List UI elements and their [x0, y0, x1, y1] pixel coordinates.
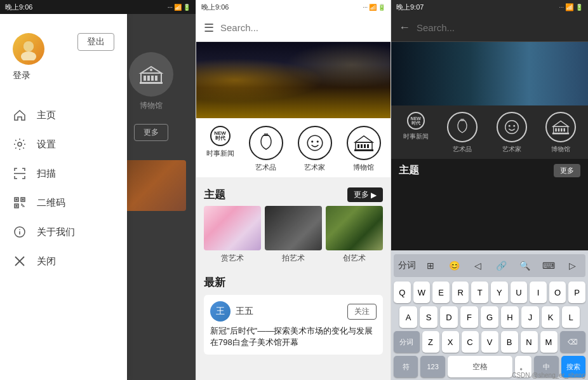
key-L[interactable]: L [562, 306, 580, 328]
key-T[interactable]: T [471, 282, 488, 303]
svg-rect-2 [147, 76, 150, 81]
sidebar-item-label-scan: 扫描 [37, 168, 56, 180]
key-W[interactable]: W [413, 282, 431, 303]
svg-point-7 [150, 69, 152, 71]
svg-rect-30 [357, 144, 359, 148]
key-C[interactable]: C [462, 331, 479, 353]
svg-point-27 [311, 140, 313, 142]
theme-more-button[interactable]: 更多 ▶ [347, 187, 383, 202]
follow-button[interactable]: 关注 [347, 304, 377, 320]
key-J[interactable]: J [521, 306, 539, 328]
key-D[interactable]: D [440, 306, 458, 328]
key-S[interactable]: S [420, 306, 438, 328]
sidebar-item-label-about: 关于我们 [37, 226, 75, 238]
sidebar-item-settings[interactable]: 设置 [0, 130, 127, 159]
keyboard-row-2: A S D F G H J K L [394, 306, 585, 328]
logout-button[interactable]: 登出 [77, 33, 114, 51]
museum-cat-icon [347, 126, 381, 160]
svg-marker-34 [355, 136, 373, 142]
theme-card-auction[interactable]: 拍艺术 [265, 206, 322, 264]
key-sym[interactable]: 符 [394, 356, 418, 377]
category-item-museum[interactable]: 博物馆 [347, 126, 381, 172]
key-U[interactable]: U [511, 282, 528, 303]
svg-rect-33 [367, 144, 369, 148]
keyboard-toolbar: 分词 ⊞ 😊 ◁ 🔗 🔍 ⌨ ▷ [394, 254, 585, 277]
toolbar-keyboard[interactable]: ⌨ [537, 257, 561, 275]
panel3-category-museum[interactable]: 博物馆 [545, 112, 576, 154]
sidebar-item-close[interactable]: 关闭 [0, 247, 127, 276]
category-item-artist[interactable]: 艺术家 [298, 126, 332, 172]
post-avatar: 王 [210, 301, 231, 322]
post-header: 王 王五 关注 [210, 301, 377, 322]
key-Z[interactable]: Z [422, 331, 439, 353]
panel3-theme-title: 主题 [399, 164, 419, 177]
key-O[interactable]: O [549, 282, 566, 303]
panel3-theme-section-header: 主题 更多 [391, 159, 588, 181]
sidebar-item-scan[interactable]: 扫描 [0, 159, 127, 188]
panel3-more-button[interactable]: 更多 [554, 164, 580, 177]
panel3-news-icon: NEW 时代 [407, 112, 425, 130]
panel2-time: 晚上9:06 [201, 3, 229, 12]
key-delete[interactable]: ⌫ [560, 331, 586, 353]
key-V[interactable]: V [481, 331, 498, 353]
key-F[interactable]: F [460, 306, 478, 328]
key-Y[interactable]: Y [491, 282, 508, 303]
key-K[interactable]: K [542, 306, 559, 328]
category-item-art[interactable]: 艺术品 [249, 126, 283, 172]
panel3-category-label-news: 时事新闻 [403, 132, 429, 141]
key-N[interactable]: N [521, 331, 538, 353]
key-P[interactable]: P [568, 282, 585, 303]
key-H[interactable]: H [501, 306, 519, 328]
toolbar-search[interactable]: 🔍 [513, 257, 537, 275]
toolbar-link[interactable]: 🔗 [490, 257, 513, 275]
key-A[interactable]: A [399, 306, 417, 328]
key-I[interactable]: I [530, 282, 547, 303]
key-R[interactable]: R [452, 282, 469, 303]
key-M[interactable]: M [540, 331, 558, 353]
keyboard: 分词 ⊞ 😊 ◁ 🔗 🔍 ⌨ ▷ Q W E R T Y U I O P A S… [391, 250, 588, 380]
toolbar-left[interactable]: ◁ [466, 257, 490, 275]
svg-point-40 [513, 125, 515, 127]
toolbar-fenci[interactable]: 分词 [395, 257, 418, 275]
key-123[interactable]: 123 [420, 356, 444, 377]
key-Q[interactable]: Q [394, 282, 411, 303]
qr-icon [13, 196, 27, 210]
toolbar-emoji[interactable]: 😊 [443, 257, 466, 275]
theme-label-auction: 拍艺术 [282, 253, 305, 264]
theme-card-create[interactable]: 创艺术 [326, 206, 383, 264]
key-E[interactable]: E [432, 282, 450, 303]
toolbar-grid[interactable]: ⊞ [418, 257, 442, 275]
latest-section: 最新 王 王五 关注 新冠"后时代"——探索美术市场的变化与发展在798白盒子美… [196, 270, 391, 355]
panel3-category-artist[interactable]: 艺术家 [497, 112, 527, 154]
panel3-category-label-artist: 艺术家 [502, 145, 521, 154]
drawer-username: 登录 [13, 70, 30, 81]
svg-rect-35 [354, 149, 373, 151]
panel3-category-art[interactable]: 艺术品 [447, 112, 478, 154]
panel3-search-input[interactable] [417, 18, 580, 37]
toolbar-right[interactable]: ▷ [561, 257, 584, 275]
smiley-icon [298, 126, 332, 160]
panel3-category-news[interactable]: NEW 时代 时事新闻 [403, 112, 429, 154]
panel3-smiley-icon [497, 112, 527, 142]
theme-card-buy[interactable]: 赏艺术 [204, 206, 261, 264]
bg-museum-label: 博物馆 [140, 100, 163, 111]
more-btn-dark[interactable]: 更多 [134, 124, 168, 141]
home-icon [13, 108, 27, 122]
hamburger-icon[interactable]: ☰ [204, 21, 214, 35]
svg-rect-31 [361, 144, 363, 148]
search-input[interactable] [220, 18, 383, 37]
category-item-news[interactable]: NEW 时代 时事新闻 [206, 126, 234, 172]
svg-rect-42 [556, 128, 558, 132]
key-space[interactable]: 空格 [448, 356, 513, 377]
sidebar-item-about[interactable]: 关于我们 [0, 217, 127, 247]
key-B[interactable]: B [501, 331, 518, 353]
key-X[interactable]: X [442, 331, 459, 353]
panel3-vase-icon [447, 112, 478, 142]
back-icon[interactable]: ← [399, 21, 410, 34]
sidebar-item-label-qr: 二维码 [37, 197, 65, 209]
sidebar-item-home[interactable]: 主页 [0, 100, 127, 130]
key-G[interactable]: G [481, 306, 498, 328]
key-fenci[interactable]: 分词 [394, 331, 420, 353]
sidebar-item-qrcode[interactable]: 二维码 [0, 188, 127, 217]
panel3-category-label-museum: 博物馆 [551, 145, 570, 154]
